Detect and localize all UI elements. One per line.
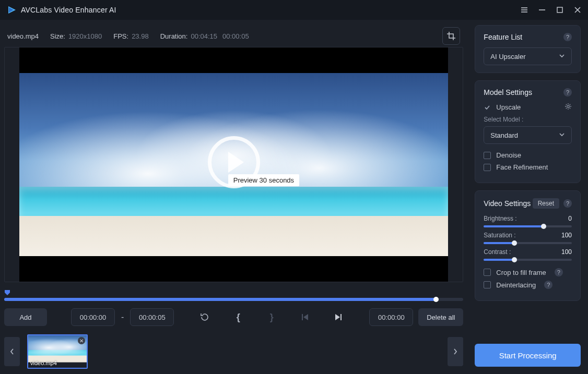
reset-button[interactable]: Reset [533,198,559,209]
model-settings-panel: Model Settings ? Upscale Select Model : … [475,80,581,183]
model-select-value: Standard [490,131,518,139]
crop-help-icon[interactable]: ? [555,268,563,276]
brightness-slider[interactable] [484,225,572,227]
brightness-label: Brightness : [484,215,516,222]
feature-list-title: Feature List [484,33,522,41]
saturation-slider[interactable] [484,242,572,244]
feature-help-icon[interactable]: ? [563,33,572,41]
thumb-prev-button[interactable] [4,337,20,366]
svg-marker-11 [335,314,340,320]
add-button[interactable]: Add [4,308,47,326]
deinterlace-help-icon[interactable]: ? [544,281,552,289]
denoise-label: Denoise [496,151,521,159]
saturation-value: 100 [561,232,572,239]
app-logo-icon [7,5,17,15]
app-title: AVCLabs Video Enhancer AI [21,6,116,14]
video-help-icon[interactable]: ? [563,199,572,208]
next-frame-icon[interactable] [332,310,345,324]
mark-in-icon[interactable]: { [231,310,245,324]
feature-select[interactable]: AI Upscaler [484,47,572,65]
timeline-playhead[interactable] [433,297,439,302]
info-filename: video.mp4 [7,32,39,40]
upscale-settings-icon[interactable] [565,103,572,112]
info-duration-label: Duration: [160,32,188,40]
window-close-icon[interactable] [573,6,582,14]
denoise-checkbox[interactable] [484,152,491,159]
prev-frame-icon[interactable] [298,310,312,324]
video-frame: Preview 30 seconds [19,47,448,282]
crop-button[interactable] [442,27,460,45]
face-refinement-checkbox[interactable] [484,164,491,171]
face-refinement-label: Face Refinement [496,163,548,171]
info-fps-label: FPS: [113,32,128,40]
video-info-bar: video.mp4 Size:1920x1080 FPS:23.98 Durat… [4,25,463,47]
undo-icon[interactable] [198,310,211,324]
svg-rect-9 [302,314,303,320]
crop-fill-label: Crop to fill frame [496,269,546,276]
deinterlace-label: Deinterlacing [496,281,536,289]
svg-rect-12 [340,314,342,320]
trim-dash: - [120,312,125,322]
select-model-label: Select Model : [484,116,572,123]
contrast-value: 100 [561,248,572,256]
window-minimize-icon[interactable] [538,6,546,14]
preview-tooltip: Preview 30 seconds [228,174,299,186]
upscale-label: Upscale [496,103,521,111]
saturation-label: Saturation : [484,232,515,239]
contrast-label: Contrast : [484,248,511,256]
info-fps-value: 23.98 [132,32,149,40]
app-menu-icon[interactable] [520,6,528,14]
deinterlace-checkbox[interactable] [484,281,491,288]
trim-start-input[interactable] [71,308,115,326]
info-size-value: 1920x1080 [68,32,102,40]
start-processing-button[interactable]: Start Processing [475,344,581,367]
video-settings-panel: Video Settings Reset ? Brightness :0 Sat… [475,190,581,301]
feature-list-panel: Feature List ? AI Upscaler [475,25,581,73]
model-settings-title: Model Settings [484,88,532,96]
trim-end-input[interactable] [130,308,174,326]
thumb-next-button[interactable] [448,337,463,366]
chevron-down-icon [559,131,565,139]
current-time-input[interactable] [369,308,413,326]
brightness-value: 0 [568,215,572,222]
svg-point-13 [567,105,569,107]
video-preview-area: Preview 30 seconds [4,47,463,282]
clip-thumbnail[interactable]: ✕ video.mp4 [27,334,88,369]
model-help-icon[interactable]: ? [563,88,572,96]
contrast-slider[interactable] [484,259,572,261]
svg-marker-10 [303,314,308,320]
chevron-down-icon [559,53,565,61]
mark-out-icon[interactable]: } [265,310,278,324]
upscale-check-icon [484,104,491,111]
thumbnail-label: video.mp4 [30,360,57,366]
info-size-label: Size: [50,32,65,40]
crop-fill-checkbox[interactable] [484,269,491,276]
thumbnail-remove-icon[interactable]: ✕ [78,337,85,344]
video-settings-title: Video Settings [484,199,531,208]
feature-select-value: AI Upscaler [490,53,525,61]
timeline-track[interactable] [4,298,463,301]
info-duration-value: 00:04:15 [191,32,217,40]
window-maximize-icon[interactable] [556,6,564,14]
timeline-start-marker[interactable] [4,289,463,297]
model-select[interactable]: Standard [484,126,572,144]
title-bar: AVCLabs Video Enhancer AI [0,0,588,20]
delete-all-button[interactable]: Delete all [418,308,463,326]
info-position-value: 00:00:05 [222,32,249,40]
svg-rect-6 [557,7,562,13]
